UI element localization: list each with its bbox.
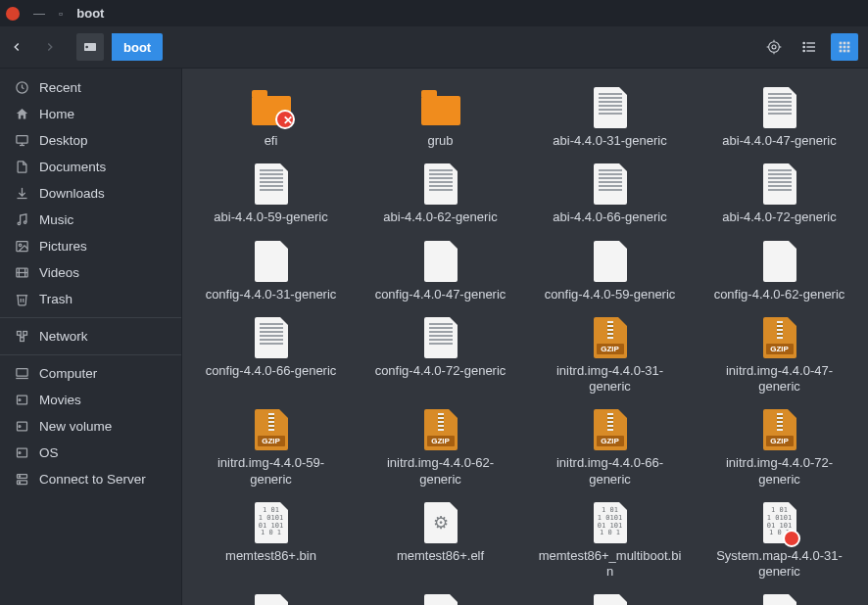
gzip-icon: GZIP: [589, 408, 632, 451]
file-item[interactable]: [356, 589, 525, 605]
breadcrumb-current[interactable]: boot: [112, 33, 163, 61]
music-icon: [14, 212, 29, 227]
file-item[interactable]: config-4.4.0-62-generic: [695, 236, 864, 312]
disk-icon: [14, 445, 29, 460]
sidebar-item-home[interactable]: Home: [0, 101, 181, 127]
file-item[interactable]: [186, 589, 356, 605]
file-item[interactable]: config-4.4.0-31-generic: [186, 236, 356, 312]
sidebar-item-recent[interactable]: Recent: [0, 74, 181, 101]
sidebar-item-label: Pictures: [39, 239, 87, 254]
file-item[interactable]: config-4.4.0-47-generic: [356, 236, 525, 312]
file-label: initrd.img-4.4.0-62-generic: [367, 455, 514, 488]
file-item[interactable]: GZIP initrd.img-4.4.0-66-generic: [525, 404, 695, 497]
file-item[interactable]: abi-4.4.0-31-generic: [525, 82, 695, 159]
sidebar-item-label: Computer: [39, 366, 97, 381]
forward-button[interactable]: [43, 40, 69, 54]
file-label: config-4.4.0-62-generic: [714, 287, 845, 302]
file-label: memtest86+.bin: [225, 548, 316, 564]
sidebar-item-trash[interactable]: Trash: [0, 286, 181, 312]
file-item[interactable]: abi-4.4.0-66-generic: [525, 159, 695, 235]
sidebar-item-connect to server[interactable]: Connect to Server: [0, 466, 181, 492]
svg-rect-40: [16, 369, 26, 377]
close-button[interactable]: [6, 7, 20, 21]
sidebar-item-documents[interactable]: Documents: [0, 154, 181, 180]
file-item[interactable]: abi-4.4.0-47-generic: [695, 82, 864, 159]
elf-icon: ⚙: [419, 501, 462, 544]
file-label: config-4.4.0-31-generic: [206, 287, 337, 302]
file-item[interactable]: 1 011 010101 1011 0 1 memtest86+.bin: [186, 497, 356, 590]
blank-icon: [589, 593, 632, 605]
list-view-button[interactable]: [796, 33, 823, 61]
disk-icon: [14, 419, 29, 434]
text-icon: [419, 163, 462, 206]
file-label: abi-4.4.0-47-generic: [722, 133, 836, 149]
file-item[interactable]: 1 011 010101 1011 0 1 System.map-4.4.0-3…: [695, 497, 864, 590]
gzip-icon: GZIP: [419, 408, 462, 451]
file-item[interactable]: GZIP initrd.img-4.4.0-59-generic: [186, 404, 356, 497]
file-item[interactable]: GZIP initrd.img-4.4.0-47-generic: [695, 312, 864, 405]
disk-icon: [14, 393, 29, 407]
svg-rect-36: [23, 332, 26, 336]
file-item[interactable]: abi-4.4.0-72-generic: [695, 159, 864, 235]
file-item[interactable]: [695, 589, 864, 605]
sidebar-item-desktop[interactable]: Desktop: [0, 127, 181, 154]
folder-icon: [419, 86, 462, 129]
svg-rect-22: [847, 50, 850, 53]
text-icon: [758, 86, 801, 129]
svg-rect-20: [840, 50, 843, 53]
device-icon[interactable]: [76, 33, 104, 61]
blank-icon: [758, 240, 801, 283]
sidebar-item-pictures[interactable]: Pictures: [0, 233, 181, 259]
desktop-icon: [14, 133, 29, 148]
blank-icon: [250, 240, 293, 283]
file-label: initrd.img-4.4.0-31-generic: [537, 363, 684, 396]
file-item[interactable]: abi-4.4.0-59-generic: [186, 159, 356, 235]
sidebar-item-computer[interactable]: Computer: [0, 360, 181, 387]
file-item[interactable]: abi-4.4.0-62-generic: [356, 159, 525, 235]
text-icon: [250, 316, 293, 359]
trash-icon: [14, 292, 29, 306]
file-item[interactable]: GZIP initrd.img-4.4.0-62-generic: [356, 404, 525, 497]
folder-locked-icon: ✕: [250, 86, 293, 129]
file-label: config-4.4.0-59-generic: [545, 287, 676, 302]
file-item[interactable]: ✕ efi: [186, 82, 356, 159]
grid-view-button[interactable]: [831, 33, 858, 61]
svg-rect-14: [840, 42, 843, 45]
back-button[interactable]: [10, 40, 35, 54]
svg-rect-37: [20, 338, 24, 342]
file-item[interactable]: GZIP initrd.img-4.4.0-72-generic: [695, 404, 864, 497]
sidebar-item-movies[interactable]: Movies: [0, 387, 181, 413]
gzip-icon: GZIP: [589, 316, 632, 359]
file-item[interactable]: GZIP initrd.img-4.4.0-31-generic: [525, 312, 695, 405]
file-item[interactable]: ⚙ memtest86+.elf: [356, 497, 525, 590]
sidebar-item-label: Music: [39, 212, 73, 227]
file-item[interactable]: config-4.4.0-66-generic: [186, 312, 356, 405]
svg-point-3: [769, 42, 780, 53]
sidebar-item-label: Downloads: [39, 186, 105, 201]
locate-icon[interactable]: [760, 33, 788, 61]
file-item[interactable]: 1 011 010101 1011 0 1 memtest86+_multibo…: [525, 497, 695, 590]
svg-point-43: [19, 399, 21, 401]
blank-icon: [419, 593, 462, 605]
svg-point-12: [803, 46, 804, 47]
file-item[interactable]: [525, 589, 695, 605]
svg-point-13: [803, 50, 804, 51]
network-icon: [14, 329, 29, 344]
sidebar-item-network[interactable]: Network: [0, 323, 181, 349]
file-item[interactable]: config-4.4.0-59-generic: [525, 236, 695, 312]
file-label: abi-4.4.0-66-generic: [553, 209, 666, 225]
minimize-button[interactable]: —: [33, 7, 45, 21]
sidebar-item-videos[interactable]: Videos: [0, 259, 181, 286]
sidebar-item-new volume[interactable]: New volume: [0, 413, 181, 440]
file-label: memtest86+_multiboot.bin: [537, 548, 684, 581]
sidebar-item-music[interactable]: Music: [0, 207, 181, 233]
file-item[interactable]: config-4.4.0-72-generic: [356, 312, 525, 405]
svg-rect-18: [844, 46, 846, 49]
blank-icon: [589, 240, 632, 283]
maximize-button[interactable]: ▫: [59, 7, 63, 21]
sidebar-item-os[interactable]: OS: [0, 440, 181, 466]
sidebar-item-downloads[interactable]: Downloads: [0, 180, 181, 207]
file-item[interactable]: grub: [356, 82, 525, 159]
svg-point-1: [85, 46, 88, 49]
sidebar-item-label: Connect to Server: [39, 472, 146, 487]
